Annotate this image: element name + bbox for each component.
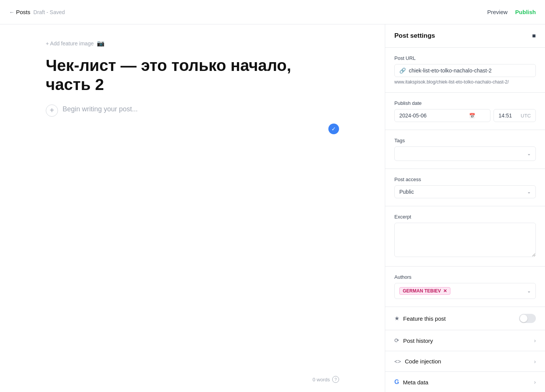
authors-chevron-icon: ⌄ <box>527 288 531 294</box>
topbar-right: Preview Publish <box>487 9 536 15</box>
meta-data-left: G Meta data <box>394 379 428 386</box>
sidebar-title: Post settings <box>394 32 435 40</box>
excerpt-label: Excerpt <box>394 214 536 220</box>
url-input-wrap: 🔗 <box>394 64 536 77</box>
date-input[interactable] <box>399 112 466 119</box>
post-title[interactable]: Чек-лист — это только начало, часть 2 <box>46 56 339 95</box>
word-count-bar: 0 words ? <box>312 376 339 383</box>
help-icon[interactable]: ? <box>332 376 339 383</box>
star-icon: ★ <box>394 315 399 322</box>
posts-link[interactable]: Posts <box>16 9 31 15</box>
authors-label: Authors <box>394 274 536 280</box>
feature-toggle[interactable] <box>519 314 536 323</box>
post-history-row[interactable]: ⟳ Post history › <box>385 330 545 351</box>
add-feature-image-button[interactable]: + Add feature image 📷 <box>46 40 104 47</box>
authors-select[interactable]: GERMAN TEBIEV ✕ ⌄ <box>394 283 536 299</box>
tags-label: Tags <box>394 138 536 143</box>
topbar-left: ← Posts Draft - Saved <box>9 9 65 15</box>
main-layout: + Add feature image 📷 Чек-лист — это тол… <box>0 24 545 392</box>
code-injection-left: <> Code injection <box>394 358 441 365</box>
google-icon: G <box>394 379 399 386</box>
sidebar-toggle-icon[interactable]: ■ <box>532 32 536 39</box>
author-remove-icon[interactable]: ✕ <box>443 288 447 294</box>
code-injection-label: Code injection <box>405 358 441 365</box>
topbar: ← Posts Draft - Saved Preview Publish <box>0 0 545 24</box>
draft-status: Draft - Saved <box>34 9 65 15</box>
history-icon: ⟳ <box>394 337 399 344</box>
publish-date-label: Publish date <box>394 100 536 106</box>
url-hint: www.itakspisok.blog/chiek-list-eto-tolko… <box>394 79 536 85</box>
post-url-label: Post URL <box>394 55 536 61</box>
editor-body-row: + Begin writing your post... <box>46 104 339 117</box>
editor-area: + Add feature image 📷 Чек-лист — это тол… <box>0 24 385 392</box>
add-feature-image-label: + Add feature image <box>46 40 94 47</box>
utc-label: UTC <box>521 113 531 119</box>
sidebar-header: Post settings ■ <box>385 24 545 48</box>
time-input-wrap: UTC <box>494 109 536 122</box>
author-name: GERMAN TEBIEV <box>403 288 441 294</box>
access-chevron-icon: ⌄ <box>527 189 531 194</box>
time-input[interactable] <box>498 112 518 119</box>
post-access-label: Post access <box>394 177 536 182</box>
feature-post-row: ★ Feature this post <box>385 307 545 330</box>
meta-data-chevron-icon: › <box>534 379 536 385</box>
meta-data-label: Meta data <box>403 379 428 386</box>
publish-date-section: Publish date 📅 UTC <box>385 93 545 130</box>
upload-icon: 📷 <box>97 40 104 47</box>
link-icon: 🔗 <box>399 67 406 74</box>
post-history-left: ⟳ Post history <box>394 337 433 344</box>
meta-data-row[interactable]: G Meta data › <box>385 372 545 392</box>
access-select[interactable]: Public ⌄ <box>394 185 536 198</box>
author-tag: GERMAN TEBIEV ✕ <box>399 287 450 295</box>
plus-icon: + <box>50 106 54 115</box>
date-input-wrap: 📅 <box>394 109 490 122</box>
sidebar: Post settings ■ Post URL 🔗 www.itakspiso… <box>385 24 545 392</box>
toggle-knob <box>520 315 527 322</box>
add-block-button[interactable]: + <box>46 104 58 117</box>
calendar-icon: 📅 <box>469 113 475 119</box>
publish-button[interactable]: Publish <box>515 9 536 15</box>
date-time-row: 📅 UTC <box>394 109 536 122</box>
check-icon: ✓ <box>328 124 339 134</box>
back-arrow-icon: ← <box>9 9 14 15</box>
post-access-section: Post access Public ⌄ <box>385 169 545 206</box>
post-history-label: Post history <box>403 337 433 344</box>
tags-select[interactable]: ⌄ <box>394 146 536 161</box>
feature-post-label: Feature this post <box>403 315 446 322</box>
excerpt-textarea[interactable] <box>394 223 536 257</box>
preview-button[interactable]: Preview <box>487 9 507 15</box>
access-value: Public <box>399 189 414 195</box>
word-count: 0 words <box>312 377 330 382</box>
code-icon: <> <box>394 358 401 365</box>
post-history-chevron-icon: › <box>534 337 536 344</box>
authors-section: Authors GERMAN TEBIEV ✕ ⌄ <box>385 267 545 307</box>
code-injection-row[interactable]: <> Code injection › <box>385 351 545 372</box>
back-button[interactable]: ← Posts <box>9 9 31 15</box>
url-input[interactable] <box>409 67 531 74</box>
feature-post-left: ★ Feature this post <box>394 315 446 322</box>
post-url-section: Post URL 🔗 www.itakspisok.blog/chiek-lis… <box>385 48 545 93</box>
excerpt-section: Excerpt <box>385 206 545 267</box>
tags-section: Tags ⌄ <box>385 130 545 169</box>
write-placeholder[interactable]: Begin writing your post... <box>63 104 138 113</box>
tags-chevron-icon: ⌄ <box>527 151 531 156</box>
code-injection-chevron-icon: › <box>534 358 536 365</box>
